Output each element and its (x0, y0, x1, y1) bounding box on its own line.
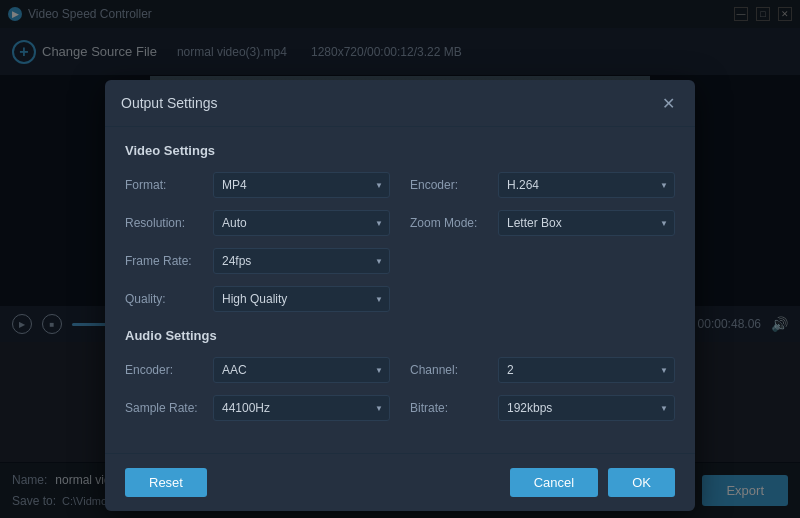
framerate-label: Frame Rate: (125, 254, 205, 268)
channel-select-wrapper: 2 1 6 (498, 357, 675, 383)
channel-row: Channel: 2 1 6 (410, 357, 675, 383)
quality-row: Quality: High Quality Medium Quality (125, 286, 390, 312)
dialog-close-button[interactable]: ✕ (657, 92, 679, 114)
bitrate-row: Bitrate: 192kbps 128kbps 320kbps (410, 395, 675, 421)
framerate-spacer (410, 248, 675, 274)
resolution-select-wrapper: Auto 1920x1080 1280x720 (213, 210, 390, 236)
samplerate-select-wrapper: 44100Hz 48000Hz (213, 395, 390, 421)
dialog-header: Output Settings ✕ (105, 80, 695, 127)
encoder-row: Encoder: H.264 H.265 MPEG-4 (410, 172, 675, 198)
format-label: Format: (125, 178, 205, 192)
encoder-select[interactable]: H.264 H.265 MPEG-4 (498, 172, 675, 198)
audio-encoder-select[interactable]: AAC MP3 AC3 (213, 357, 390, 383)
bitrate-label: Bitrate: (410, 401, 490, 415)
quality-select-wrapper: High Quality Medium Quality (213, 286, 390, 312)
video-settings-grid: Format: MP4 MOV MKV AVI Encoder: (125, 172, 675, 312)
modal-overlay: Output Settings ✕ Video Settings Format:… (0, 0, 800, 518)
ok-button[interactable]: OK (608, 468, 675, 497)
audio-encoder-label: Encoder: (125, 363, 205, 377)
resolution-select[interactable]: Auto 1920x1080 1280x720 (213, 210, 390, 236)
dialog-title: Output Settings (121, 95, 218, 111)
bitrate-select[interactable]: 192kbps 128kbps 320kbps (498, 395, 675, 421)
format-select[interactable]: MP4 MOV MKV AVI (213, 172, 390, 198)
zoom-label: Zoom Mode: (410, 216, 490, 230)
format-row: Format: MP4 MOV MKV AVI (125, 172, 390, 198)
format-select-wrapper: MP4 MOV MKV AVI (213, 172, 390, 198)
dialog-footer: Reset Cancel OK (105, 453, 695, 511)
audio-section-title: Audio Settings (125, 328, 675, 343)
resolution-row: Resolution: Auto 1920x1080 1280x720 (125, 210, 390, 236)
audio-encoder-select-wrapper: AAC MP3 AC3 (213, 357, 390, 383)
output-settings-dialog: Output Settings ✕ Video Settings Format:… (105, 80, 695, 511)
reset-button[interactable]: Reset (125, 468, 207, 497)
zoom-row: Zoom Mode: Letter Box Pan & Scan Full (410, 210, 675, 236)
audio-settings-grid: Encoder: AAC MP3 AC3 Channel: 2 (125, 357, 675, 421)
samplerate-select[interactable]: 44100Hz 48000Hz (213, 395, 390, 421)
quality-label: Quality: (125, 292, 205, 306)
cancel-button[interactable]: Cancel (510, 468, 598, 497)
framerate-row: Frame Rate: 24fps 25fps 30fps (125, 248, 390, 274)
samplerate-row: Sample Rate: 44100Hz 48000Hz (125, 395, 390, 421)
encoder-select-wrapper: H.264 H.265 MPEG-4 (498, 172, 675, 198)
dialog-body: Video Settings Format: MP4 MOV MKV AVI (105, 127, 695, 453)
video-section-title: Video Settings (125, 143, 675, 158)
encoder-label: Encoder: (410, 178, 490, 192)
zoom-select[interactable]: Letter Box Pan & Scan Full (498, 210, 675, 236)
channel-label: Channel: (410, 363, 490, 377)
zoom-select-wrapper: Letter Box Pan & Scan Full (498, 210, 675, 236)
bitrate-select-wrapper: 192kbps 128kbps 320kbps (498, 395, 675, 421)
resolution-label: Resolution: (125, 216, 205, 230)
audio-encoder-row: Encoder: AAC MP3 AC3 (125, 357, 390, 383)
framerate-select[interactable]: 24fps 25fps 30fps (213, 248, 390, 274)
quality-select[interactable]: High Quality Medium Quality (213, 286, 390, 312)
channel-select[interactable]: 2 1 6 (498, 357, 675, 383)
samplerate-label: Sample Rate: (125, 401, 205, 415)
footer-right: Cancel OK (510, 468, 675, 497)
framerate-select-wrapper: 24fps 25fps 30fps (213, 248, 390, 274)
